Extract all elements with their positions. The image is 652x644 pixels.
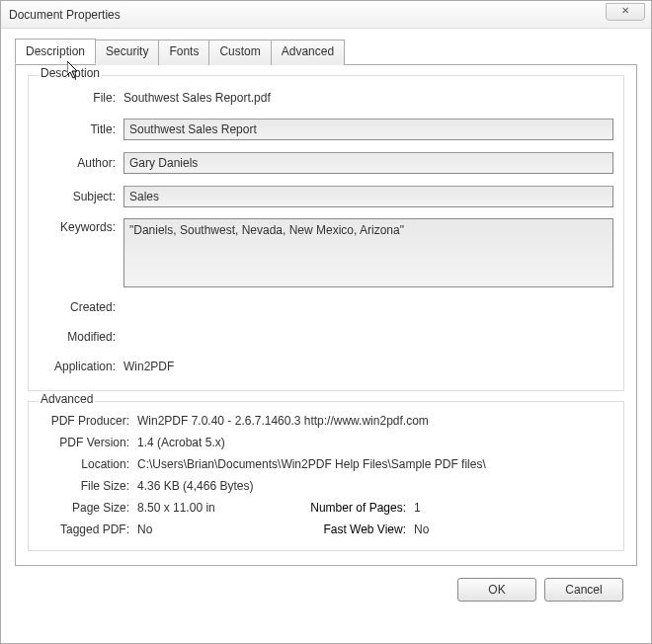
location-value: C:\Users\Brian\Documents\Win2PDF Help Fi…: [137, 457, 486, 471]
subject-input[interactable]: Sales: [123, 186, 613, 207]
close-button[interactable]: ✕: [606, 3, 645, 21]
cancel-button[interactable]: Cancel: [544, 578, 623, 602]
subject-label: Subject:: [39, 190, 123, 203]
fastweb-value: No: [414, 523, 429, 536]
producer-label: PDF Producer:: [39, 414, 137, 428]
keywords-label: Keywords:: [39, 218, 123, 234]
tab-description[interactable]: Description: [15, 39, 96, 64]
content-area: Description Security Fonts Custom Advanc…: [1, 29, 651, 602]
fastweb-label: Fast Web View:: [295, 523, 414, 536]
tab-custom[interactable]: Custom: [208, 40, 271, 65]
tagged-value: No: [137, 523, 152, 536]
titlebar: Document Properties ✕: [1, 1, 651, 29]
tab-panel-description: Description File: Southwest Sales Report…: [15, 64, 637, 566]
file-label: File:: [39, 91, 123, 105]
keywords-input[interactable]: "Daniels, Southwest, Nevada, New Mexico,…: [123, 218, 613, 287]
application-value: Win2PDF: [123, 360, 613, 373]
description-group: Description File: Southwest Sales Report…: [28, 75, 624, 391]
numpages-label: Number of Pages:: [295, 501, 414, 515]
advanced-group: Advanced PDF Producer: Win2PDF 7.0.40 - …: [28, 401, 624, 551]
producer-value: Win2PDF 7.0.40 - 2.6.7.1460.3 http://www…: [137, 414, 429, 428]
created-label: Created:: [39, 300, 123, 314]
filesize-label: File Size:: [39, 479, 137, 493]
tagged-label: Tagged PDF:: [39, 523, 137, 536]
close-icon: ✕: [621, 5, 629, 16]
application-label: Application:: [39, 360, 123, 373]
ok-button[interactable]: OK: [457, 578, 536, 602]
version-label: PDF Version:: [39, 436, 137, 449]
window-title: Document Properties: [9, 8, 121, 22]
pagesize-value: 8.50 x 11.00 in: [137, 501, 215, 515]
tab-strip: Description Security Fonts Custom Advanc…: [15, 39, 637, 64]
author-label: Author:: [39, 156, 123, 170]
version-value: 1.4 (Acrobat 5.x): [137, 436, 225, 449]
numpages-value: 1: [414, 501, 421, 515]
author-input[interactable]: Gary Daniels: [123, 152, 613, 174]
tab-advanced[interactable]: Advanced: [271, 40, 345, 65]
tab-security[interactable]: Security: [95, 40, 159, 65]
location-label: Location:: [39, 457, 137, 471]
filesize-value: 4.36 KB (4,466 Bytes): [137, 479, 253, 493]
file-value: Southwest Sales Report.pdf: [123, 91, 613, 105]
pagesize-label: Page Size:: [39, 501, 137, 515]
description-group-label: Description: [39, 66, 102, 80]
advanced-group-label: Advanced: [39, 392, 95, 406]
title-label: Title:: [39, 122, 123, 136]
dialog-window: Document Properties ✕ Description Securi…: [0, 0, 652, 644]
button-row: OK Cancel: [15, 566, 637, 602]
modified-label: Modified:: [39, 330, 123, 344]
tab-fonts[interactable]: Fonts: [158, 40, 209, 65]
title-input[interactable]: Southwest Sales Report: [123, 119, 613, 140]
